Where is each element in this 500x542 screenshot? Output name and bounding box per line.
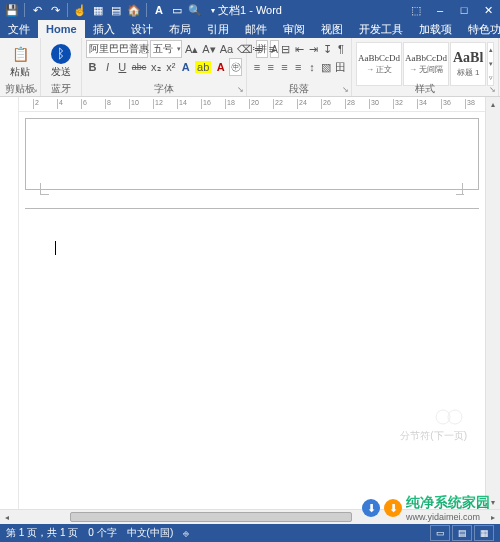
scroll-down-icon[interactable]: ▾	[486, 495, 500, 509]
touch-mode-icon[interactable]: ☝	[72, 2, 88, 18]
status-page[interactable]: 第 1 页，共 1 页	[6, 526, 78, 540]
scroll-right-icon[interactable]: ▸	[486, 513, 500, 522]
group-font: 阿里巴巴普惠▾ 五号▾ A▴ A▾ Aa ⌫ 拼 A B I U abc x₂ …	[82, 38, 247, 96]
ribbon-tabs: 文件 Home 插入 设计 布局 引用 邮件 审阅 视图 开发工具 加载项 特色…	[0, 20, 500, 38]
window-buttons: ⬚ – □ ✕	[404, 0, 500, 20]
tab-layout[interactable]: 布局	[161, 20, 199, 38]
text-cursor	[53, 241, 56, 255]
tab-dev[interactable]: 开发工具	[351, 20, 411, 38]
styles-launcher-icon[interactable]: ↘	[489, 85, 496, 94]
paste-button[interactable]: 📋 粘贴	[4, 40, 36, 82]
italic-button[interactable]: I	[101, 58, 114, 76]
style-heading1[interactable]: AaBl标题 1	[450, 42, 486, 86]
underline-button[interactable]: U	[116, 58, 129, 76]
tab-addins[interactable]: 加载项	[411, 20, 460, 38]
clipboard-launcher-icon[interactable]: ↘	[31, 85, 38, 94]
tab-features[interactable]: 特色功能	[460, 20, 500, 38]
bluetooth-send-button[interactable]: ᛒ 发送	[45, 40, 77, 82]
bullets-icon[interactable]: ≔	[251, 40, 264, 58]
increase-indent-icon[interactable]: ⇥	[307, 40, 319, 58]
highlight-icon[interactable]: ab	[194, 58, 212, 76]
save-icon[interactable]: 💾	[4, 2, 20, 18]
enclose-char-icon[interactable]: ㊥	[229, 58, 242, 76]
style-no-spacing[interactable]: AaBbCcDd→ 无间隔	[403, 42, 449, 86]
superscript-icon[interactable]: x²	[164, 58, 177, 76]
horizontal-ruler[interactable]: 2468101214161820222426283032343638	[19, 97, 485, 112]
scroll-up-icon[interactable]: ▴	[486, 97, 500, 111]
group-paragraph: ≔ ≡ ⊟ ⇤ ⇥ ↧ ¶ ≡ ≡ ≡ ≡ ↕ ▧ 田 段落 ↘	[247, 38, 352, 96]
group-clipboard: 📋 粘贴 剪贴板 ↘	[0, 38, 41, 96]
borders-icon[interactable]: 田	[334, 58, 347, 76]
justify-icon[interactable]: ≡	[292, 58, 304, 76]
shrink-font-icon[interactable]: A▾	[201, 40, 216, 58]
font-color-button[interactable]: A	[214, 58, 227, 76]
close-icon[interactable]: ✕	[476, 0, 500, 20]
numbering-icon[interactable]: ≡	[266, 40, 278, 58]
tab-mail[interactable]: 邮件	[237, 20, 275, 38]
view-print-icon[interactable]: ▤	[452, 525, 472, 541]
status-lang[interactable]: 中文(中国)	[127, 526, 174, 540]
decrease-indent-icon[interactable]: ⇤	[294, 40, 306, 58]
horizontal-scrollbar[interactable]: ◂ ▸	[0, 509, 500, 524]
page-main[interactable]	[25, 208, 479, 509]
document-area: 2468101214161820222426283032343638 分节符(下…	[0, 97, 500, 509]
minimize-icon[interactable]: –	[428, 0, 452, 20]
style-gallery-scroller[interactable]: ▴▾▿	[487, 42, 494, 86]
shading-icon[interactable]: ▧	[320, 58, 332, 76]
status-insert-icon[interactable]: ⎆	[183, 528, 189, 539]
font-color-icon[interactable]: A	[151, 2, 167, 18]
title-bar: 💾 ↶ ↷ ☝ ▦ ▤ 🏠 A ▭ 🔍 ▾ 文档1 - Word ⬚ – □ ✕	[0, 0, 500, 20]
open-icon[interactable]: ▤	[108, 2, 124, 18]
new-icon[interactable]: ▦	[90, 2, 106, 18]
align-left-icon[interactable]: ≡	[251, 58, 263, 76]
undo-icon[interactable]: ↶	[29, 2, 45, 18]
tab-insert[interactable]: 插入	[85, 20, 123, 38]
status-words[interactable]: 0 个字	[88, 526, 116, 540]
area-icon[interactable]: ▭	[169, 2, 185, 18]
scroll-left-icon[interactable]: ◂	[0, 513, 14, 522]
bluetooth-icon: ᛒ	[51, 44, 71, 64]
view-read-icon[interactable]: ▭	[430, 525, 450, 541]
search-icon[interactable]: 🔍	[187, 2, 203, 18]
bold-button[interactable]: B	[86, 58, 99, 76]
ribbon: 📋 粘贴 剪贴板 ↘ ᛒ 发送 蓝牙 阿里巴巴普惠▾ 五号▾ A▴ A▾ Aa …	[0, 38, 500, 97]
tab-home[interactable]: Home	[38, 20, 85, 38]
status-bar: 第 1 页，共 1 页 0 个字 中文(中国) ⎆ ▭ ▤ ▦	[0, 524, 500, 542]
hscroll-thumb[interactable]	[70, 512, 352, 522]
font-size-combo[interactable]: 五号▾	[150, 40, 182, 58]
multilevel-icon[interactable]: ⊟	[280, 40, 292, 58]
align-center-icon[interactable]: ≡	[265, 58, 277, 76]
style-normal[interactable]: AaBbCcDd→ 正文	[356, 42, 402, 86]
tab-review[interactable]: 审阅	[275, 20, 313, 38]
tab-references[interactable]: 引用	[199, 20, 237, 38]
tab-view[interactable]: 视图	[313, 20, 351, 38]
change-case-icon[interactable]: Aa	[219, 40, 234, 58]
group-bluetooth: ᛒ 发送 蓝牙	[41, 38, 82, 96]
paragraph-launcher-icon[interactable]: ↘	[342, 85, 349, 94]
font-name-combo[interactable]: 阿里巴巴普惠▾	[86, 40, 148, 58]
font-launcher-icon[interactable]: ↘	[237, 85, 244, 94]
window-title: 文档1 - Word	[218, 3, 282, 18]
text-effects-icon[interactable]: A	[179, 58, 192, 76]
grow-font-icon[interactable]: A▴	[184, 40, 199, 58]
strike-button[interactable]: abc	[131, 58, 148, 76]
page-canvas[interactable]: 分节符(下一页)	[19, 112, 485, 509]
view-web-icon[interactable]: ▦	[474, 525, 494, 541]
vertical-ruler[interactable]	[0, 97, 19, 509]
redo-icon[interactable]: ↷	[47, 2, 63, 18]
ribbon-options-icon[interactable]: ⬚	[404, 0, 428, 20]
line-spacing-icon[interactable]: ↕	[306, 58, 318, 76]
home-icon[interactable]: 🏠	[126, 2, 142, 18]
sort-icon[interactable]: ↧	[321, 40, 333, 58]
tab-design[interactable]: 设计	[123, 20, 161, 38]
paste-icon: 📋	[10, 44, 30, 64]
group-styles: AaBbCcDd→ 正文 AaBbCcDd→ 无间隔 AaBl标题 1 ▴▾▿ …	[352, 38, 499, 96]
align-right-icon[interactable]: ≡	[279, 58, 291, 76]
show-marks-icon[interactable]: ¶	[335, 40, 347, 58]
maximize-icon[interactable]: □	[452, 0, 476, 20]
tab-file[interactable]: 文件	[0, 20, 38, 38]
vertical-scrollbar[interactable]: ▴ ▾	[485, 97, 500, 509]
subscript-icon[interactable]: x₂	[149, 58, 162, 76]
page-top	[25, 118, 479, 190]
quick-access-toolbar: 💾 ↶ ↷ ☝ ▦ ▤ 🏠 A ▭ 🔍 ▾	[0, 2, 221, 18]
